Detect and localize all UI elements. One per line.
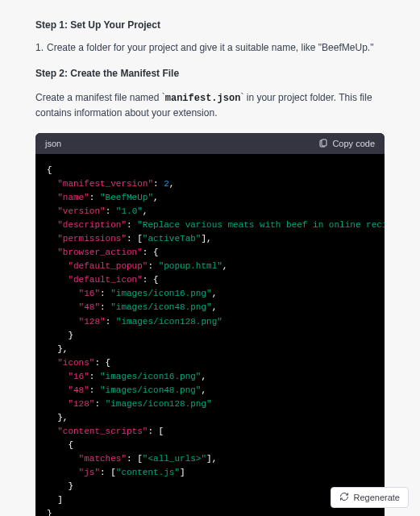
code-block: json Copy code { "manifest_version": 2, … <box>35 133 385 516</box>
step-2-label: Step 2: <box>35 68 68 79</box>
regenerate-button[interactable]: Regenerate <box>331 487 410 508</box>
code-header: json Copy code <box>35 133 385 154</box>
step-1-heading: Step 1: Set Up Your Project <box>35 19 385 31</box>
step-1-title: Set Up Your Project <box>70 19 160 31</box>
step-1-label: Step 1: <box>35 19 68 31</box>
refresh-icon <box>339 492 349 503</box>
list-item-text: Create a folder for your project and giv… <box>47 42 385 53</box>
list-item-number: 1. <box>35 42 47 53</box>
intro-before: Create a manifest file named <box>35 92 162 103</box>
step-2-title: Create the Manifest File <box>70 68 179 79</box>
step-1-list-item: 1. Create a folder for your project and … <box>35 42 385 53</box>
manifest-filename: manifest.json <box>165 93 241 104</box>
article-content: Step 1: Set Up Your Project 1. Create a … <box>0 0 420 516</box>
step-2-heading: Step 2: Create the Manifest File <box>35 68 385 79</box>
copy-code-button[interactable]: Copy code <box>318 138 375 149</box>
regenerate-label: Regenerate <box>354 493 401 502</box>
step-2-intro: Create a manifest file named `manifest.j… <box>35 90 385 120</box>
code-language-label: json <box>45 139 61 148</box>
svg-rect-0 <box>322 139 326 146</box>
clipboard-icon <box>318 138 328 149</box>
copy-code-label: Copy code <box>332 139 375 148</box>
code-body[interactable]: { "manifest_version": 2, "name": "BeefMe… <box>35 154 385 516</box>
